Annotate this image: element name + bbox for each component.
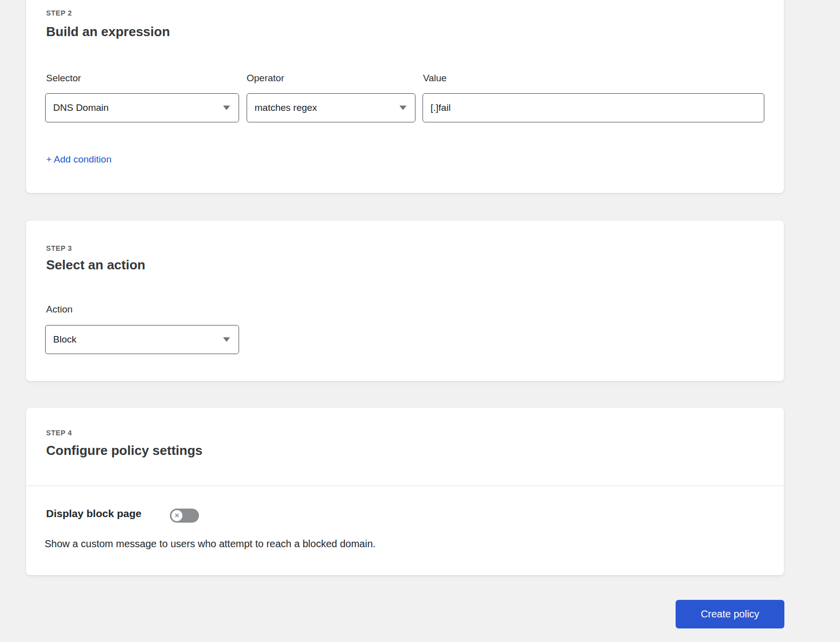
chevron-down-icon <box>223 106 230 110</box>
expression-card: STEP 2 Build an expression Selector Oper… <box>26 0 784 193</box>
selector-dropdown[interactable]: DNS Domain <box>45 93 239 122</box>
expression-title: Build an expression <box>46 24 170 40</box>
operator-dropdown[interactable]: matches regex <box>247 93 415 122</box>
settings-divider <box>26 486 784 486</box>
create-policy-button[interactable]: Create policy <box>676 600 784 628</box>
step-2-label: STEP 2 <box>46 9 72 17</box>
display-block-page-description: Show a custom message to users who attem… <box>45 538 375 550</box>
action-dropdown-value: Block <box>53 334 76 345</box>
settings-title: Configure policy settings <box>46 443 202 458</box>
step-4-label: STEP 4 <box>46 429 72 437</box>
toggle-off-x-icon: ✕ <box>171 510 182 521</box>
chevron-down-icon <box>223 338 230 342</box>
selector-label: Selector <box>46 73 81 84</box>
selector-dropdown-value: DNS Domain <box>53 102 109 113</box>
action-dropdown[interactable]: Block <box>45 325 239 354</box>
operator-label: Operator <box>247 73 284 84</box>
chevron-down-icon <box>399 106 406 110</box>
step-3-label: STEP 3 <box>46 244 72 252</box>
operator-dropdown-value: matches regex <box>255 102 317 113</box>
action-card: STEP 3 Select an action Action Block <box>26 221 784 381</box>
action-label: Action <box>46 304 73 315</box>
value-label: Value <box>423 73 447 84</box>
settings-card: STEP 4 Configure policy settings Display… <box>26 408 784 575</box>
action-title: Select an action <box>46 257 145 273</box>
add-condition-link[interactable]: + Add condition <box>46 154 111 165</box>
display-block-page-label: Display block page <box>46 508 141 520</box>
value-input[interactable] <box>423 93 764 122</box>
display-block-page-toggle[interactable]: ✕ <box>170 509 199 523</box>
